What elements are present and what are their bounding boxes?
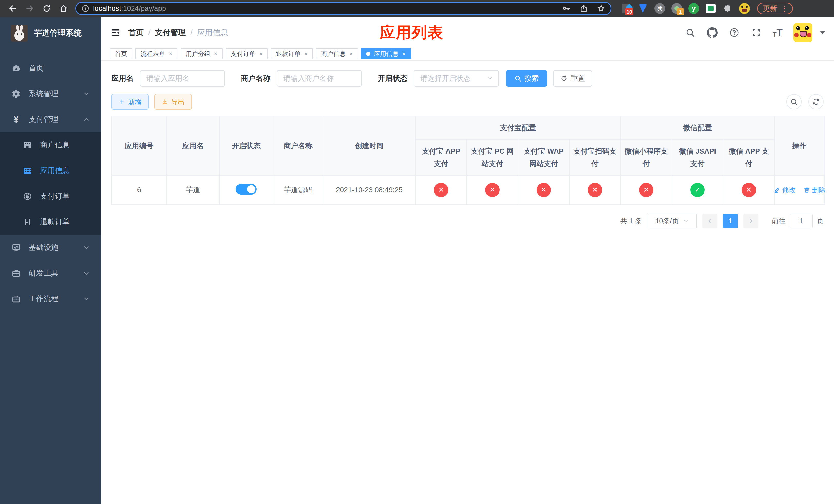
home-icon[interactable] xyxy=(57,1,71,16)
total-count: 共 1 条 xyxy=(620,216,642,226)
refresh-button[interactable] xyxy=(808,94,824,110)
col-alipay-wap: 支付宝 WAP 网站支付 xyxy=(518,139,569,175)
goto-label: 前往 xyxy=(772,216,786,226)
extension-pinned-icon[interactable]: 10 xyxy=(621,3,631,14)
toggle-search-button[interactable] xyxy=(786,94,802,110)
reload-icon[interactable] xyxy=(40,1,54,16)
chevron-down-icon xyxy=(83,295,90,303)
site-info-icon[interactable] xyxy=(81,4,89,13)
dashboard-icon xyxy=(11,63,22,73)
page-size-select[interactable]: 10条/页 xyxy=(648,213,697,228)
merchant-name-input[interactable] xyxy=(277,70,362,87)
status-select[interactable]: 请选择开启状态 xyxy=(414,70,499,87)
page-content: 应用名 商户名称 开启状态 请选择开启状态 搜索 xyxy=(101,61,834,504)
extension-y-icon[interactable]: y xyxy=(688,3,699,14)
close-icon[interactable]: × xyxy=(259,51,263,57)
status-toggle[interactable] xyxy=(236,184,257,194)
cell-status xyxy=(219,175,273,205)
wechat-mini-status-icon: ✕ xyxy=(639,183,654,197)
col-actions: 操作 xyxy=(774,116,825,175)
sidebar-item-home[interactable]: 首页 xyxy=(0,55,101,81)
cell-merchant: 芋道源码 xyxy=(273,175,323,205)
sidebar-item-label: 退款订单 xyxy=(40,217,70,227)
extension-recorder-icon[interactable]: 1 xyxy=(672,3,682,14)
extension-balloon-icon[interactable] xyxy=(638,3,648,14)
sidebar-item-merchant-info[interactable]: 商户信息 xyxy=(0,132,101,158)
tag-user-group[interactable]: 用户分组× xyxy=(180,48,223,59)
breadcrumb-payment[interactable]: 支付管理 xyxy=(155,27,186,38)
forward-icon[interactable] xyxy=(23,1,37,16)
back-icon[interactable] xyxy=(6,1,20,16)
fullscreen-icon[interactable] xyxy=(751,27,762,38)
col-app-id: 应用编号 xyxy=(112,116,167,175)
extension-badge: 1 xyxy=(677,8,684,15)
extension-emoji-icon[interactable] xyxy=(739,3,750,14)
help-icon[interactable] xyxy=(729,27,740,38)
search-icon[interactable] xyxy=(684,27,696,38)
group-wechat-config: 微信配置 xyxy=(621,116,774,139)
sidebar-item-pay-order[interactable]: 支付订单 xyxy=(0,184,101,209)
address-bar[interactable]: localhost:1024/pay/app xyxy=(75,2,611,15)
pagination: 共 1 条 10条/页 1 前往 页 xyxy=(111,213,824,228)
tag-merchant-info[interactable]: 商户信息× xyxy=(316,48,358,59)
sidebar-item-label: 工作流程 xyxy=(29,294,59,304)
reset-button[interactable]: 重置 xyxy=(553,70,592,87)
extension-command-icon[interactable]: ⌘ xyxy=(655,3,665,14)
close-icon[interactable]: × xyxy=(349,51,353,57)
next-page-button[interactable] xyxy=(744,213,758,228)
extensions-puzzle-icon[interactable] xyxy=(722,3,733,14)
edit-link[interactable]: 修改 xyxy=(774,186,796,194)
browser-update-button[interactable]: 更新 ⋮ xyxy=(757,3,793,14)
tag-refund-order[interactable]: 退款订单× xyxy=(271,48,313,59)
user-menu-caret-icon[interactable] xyxy=(820,31,825,35)
export-button[interactable]: 导出 xyxy=(154,94,192,110)
sidebar-fold-icon[interactable] xyxy=(110,27,121,38)
chevron-down-icon xyxy=(83,270,90,277)
browser-menu-icon[interactable]: ⋮ xyxy=(781,4,788,13)
close-icon[interactable]: × xyxy=(402,51,406,57)
breadcrumb-home[interactable]: 首页 xyxy=(128,27,144,38)
sidebar-item-system[interactable]: 系统管理 xyxy=(0,81,101,107)
close-icon[interactable]: × xyxy=(214,51,218,57)
search-button[interactable]: 搜索 xyxy=(506,70,547,87)
sidebar-item-dev-tools[interactable]: 研发工具 xyxy=(0,260,101,286)
share-icon[interactable] xyxy=(579,4,588,13)
page-number-button[interactable]: 1 xyxy=(723,213,738,228)
chevron-up-icon xyxy=(83,116,90,123)
goto-page-input[interactable] xyxy=(790,213,813,228)
payment-submenu: 商户信息 应用信息 支付订单 xyxy=(0,132,101,235)
app-title: 芋道管理系统 xyxy=(34,28,82,39)
briefcase-icon xyxy=(11,294,22,304)
sidebar-item-workflow[interactable]: 工作流程 xyxy=(0,286,101,312)
password-key-icon[interactable] xyxy=(562,4,571,13)
avatar[interactable] xyxy=(793,23,812,42)
close-icon[interactable]: × xyxy=(169,51,172,57)
font-size-icon[interactable]: TT xyxy=(773,27,783,38)
sidebar-item-infrastructure[interactable]: 基础设施 xyxy=(0,235,101,260)
breadcrumb: 首页 / 支付管理 / 应用信息 xyxy=(128,27,228,38)
table-toolbar: 新增 导出 xyxy=(111,94,824,110)
group-alipay-config: 支付宝配置 xyxy=(415,116,621,139)
tag-process-form[interactable]: 流程表单× xyxy=(135,48,177,59)
tag-home[interactable]: 首页 xyxy=(110,48,132,59)
github-icon[interactable] xyxy=(706,27,718,38)
app-name-input[interactable] xyxy=(140,70,225,87)
close-icon[interactable]: × xyxy=(304,51,308,57)
grid-table-icon xyxy=(22,166,33,175)
sidebar-item-refund-order[interactable]: 退款订单 xyxy=(0,209,101,235)
col-alipay-qr: 支付宝扫码支付 xyxy=(569,139,621,175)
prev-page-button[interactable] xyxy=(702,213,717,228)
sidebar-item-app-info[interactable]: 应用信息 xyxy=(0,158,101,184)
bookmark-star-icon[interactable] xyxy=(597,4,606,13)
cell-app-name: 芋道 xyxy=(167,175,219,205)
tag-pay-order[interactable]: 支付订单× xyxy=(226,48,268,59)
app-logo[interactable]: 芋道管理系统 xyxy=(0,18,101,49)
app-table: 应用编号 应用名 开启状态 商户名称 创建时间 支付宝配置 微信配置 操作 支付… xyxy=(111,116,825,205)
delete-link[interactable]: 删除 xyxy=(804,186,826,194)
sidebar-item-payment[interactable]: ¥ 支付管理 xyxy=(0,107,101,132)
alipay-qr-status-icon: ✕ xyxy=(588,183,602,197)
extension-chat-icon[interactable] xyxy=(705,3,716,14)
add-button[interactable]: 新增 xyxy=(111,94,149,110)
yen-icon: ¥ xyxy=(11,114,22,125)
tag-app-info[interactable]: 应用信息× xyxy=(361,48,411,59)
